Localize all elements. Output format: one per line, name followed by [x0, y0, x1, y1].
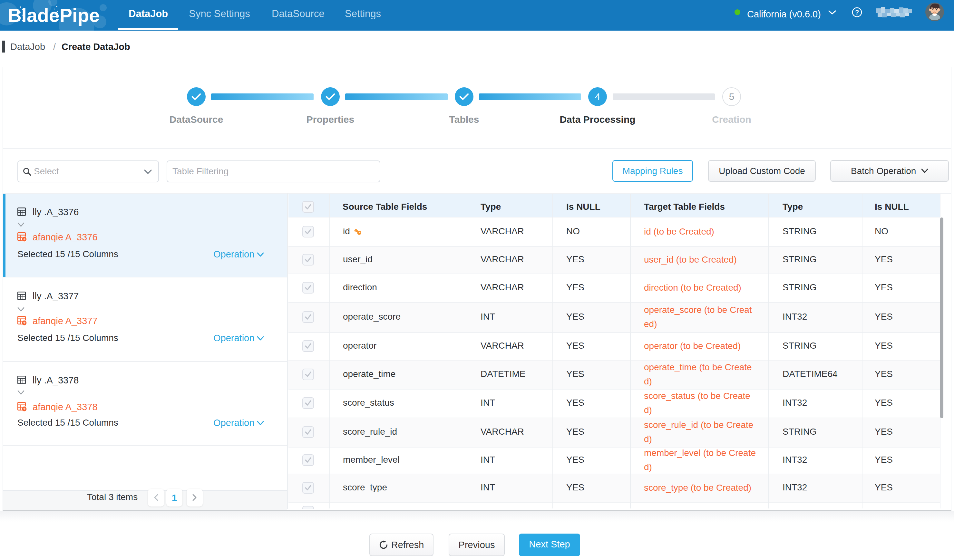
svg-text:?: ?	[855, 9, 859, 16]
